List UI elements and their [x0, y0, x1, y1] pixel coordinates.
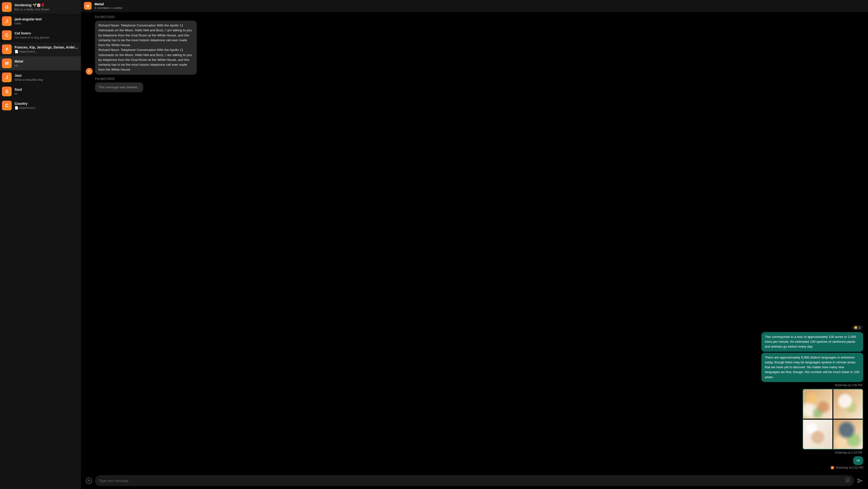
- channel-name: Gerdening 🌱🌸🌹: [14, 3, 79, 7]
- image-attachment-grid[interactable]: [803, 389, 863, 450]
- channel-preview: What a beautiful day: [14, 78, 79, 82]
- channel-avatar: C: [2, 100, 12, 110]
- reaction-row: 😂 1: [86, 325, 862, 330]
- channel-name: Soul: [14, 88, 79, 91]
- attachment-button[interactable]: [86, 478, 92, 484]
- channel-avatar: #: [2, 45, 12, 54]
- channel-name: jack-angular-test: [14, 17, 79, 21]
- channel-preview: this is a really nice flower: [14, 7, 79, 11]
- channel-preview: hi: [14, 92, 79, 95]
- svg-point-1: [847, 479, 847, 480]
- channel-item[interactable]: MMetalHi: [0, 56, 81, 70]
- channel-item[interactable]: SSoulhi: [0, 84, 81, 98]
- channel-item[interactable]: GGerdening 🌱🌸🌹this is a really nice flow…: [0, 0, 81, 14]
- sender-avatar[interactable]: F: [86, 68, 93, 75]
- channel-preview: I'm more of a dog person: [14, 36, 79, 39]
- attachment-image[interactable]: [833, 420, 863, 449]
- message-timestamp: Fra 06/27/2022: [95, 15, 863, 19]
- message-row: F Richard Nixon: Telephone Conversation …: [86, 21, 863, 75]
- message-row: This message was deleted...: [86, 83, 863, 92]
- message-timestamp: Yesterday at 1:06 PM: [835, 383, 862, 387]
- emoji-button[interactable]: [845, 478, 850, 484]
- channel-item[interactable]: CCat loversI'm more of a dog person: [0, 28, 81, 42]
- message-list[interactable]: Fra 06/27/2022 F Richard Nixon: Telephon…: [81, 12, 868, 472]
- channel-info: MetalHi: [14, 59, 79, 67]
- channel-name: Metal: [14, 59, 79, 63]
- read-status: J Yesterday at 2:02 PM: [831, 466, 863, 469]
- message-input-wrap: [95, 475, 854, 486]
- channel-item[interactable]: #Frances, Kip, Jennings, Darian, Ardella…: [0, 42, 81, 56]
- channel-preview: hello: [14, 22, 79, 25]
- channel-name: Country: [14, 102, 79, 106]
- channel-info: JazzWhat a beautiful day: [14, 74, 79, 82]
- channel-name: Frances, Kip, Jennings, Darian, Ardella …: [14, 45, 79, 49]
- channel-item[interactable]: Jjack-angular-testhello: [0, 14, 81, 28]
- emoji-icon: [845, 478, 850, 483]
- channel-info: Cat loversI'm more of a dog person: [14, 31, 79, 39]
- channel-name: Jazz: [14, 74, 79, 77]
- channel-info: Gerdening 🌱🌸🌹this is a really nice flowe…: [14, 3, 79, 11]
- deleted-message: This message was deleted...: [95, 83, 143, 92]
- send-icon: [857, 478, 863, 484]
- own-message-bubble[interactable]: Hi: [853, 456, 863, 465]
- message-timestamp: Yesterday at 2:02 PM: [836, 466, 863, 469]
- svg-point-2: [848, 479, 848, 480]
- own-message-block: Hi J Yesterday at 2:02 PM: [86, 456, 863, 469]
- reaction-emoji: 😂: [854, 326, 858, 329]
- send-button[interactable]: [857, 478, 863, 484]
- message-timestamp: Yesterday at 1:18 PM: [835, 451, 862, 454]
- channel-item[interactable]: CCountry📄 Attachment...: [0, 98, 81, 113]
- channel-avatar: J: [2, 73, 12, 82]
- channel-preview: 📄 Attachment...: [14, 106, 79, 110]
- attachment-image[interactable]: [803, 389, 832, 419]
- channel-info: jack-angular-testhello: [14, 17, 79, 25]
- own-message-bubble[interactable]: This corresponds to a loss of approximat…: [762, 332, 863, 352]
- header-title: Metal: [94, 2, 122, 6]
- own-message-block: This corresponds to a loss of approximat…: [86, 332, 863, 387]
- message-composer: [81, 472, 868, 489]
- channel-name: Cat lovers: [14, 31, 79, 35]
- channel-avatar: J: [2, 16, 12, 26]
- channel-avatar: G: [2, 2, 12, 12]
- reaction-chip[interactable]: 😂 1: [852, 325, 862, 330]
- channel-avatar: M: [2, 58, 12, 68]
- svg-point-0: [846, 478, 850, 482]
- main-panel: M Metal 4 members 1 online Fra 06/27/202…: [81, 0, 868, 489]
- own-message-bubble[interactable]: There are approximately 6,900 distinct l…: [762, 353, 863, 382]
- channel-avatar: C: [2, 30, 12, 40]
- channel-avatar: S: [2, 87, 12, 96]
- message-bubble[interactable]: Richard Nixon: Telephone Conversation Wi…: [95, 21, 197, 75]
- message-input[interactable]: [99, 479, 845, 483]
- channel-info: Frances, Kip, Jennings, Darian, Ardella …: [14, 45, 79, 53]
- attachment-image[interactable]: [833, 389, 863, 419]
- reaction-count: 1: [859, 326, 860, 329]
- plus-icon: [87, 479, 91, 483]
- message-timestamp: Fra 06/27/2022: [95, 77, 863, 81]
- own-message-block: Yesterday at 1:18 PM: [86, 389, 863, 454]
- header-avatar: M: [84, 2, 92, 10]
- channel-sidebar: GGerdening 🌱🌸🌹this is a really nice flow…: [0, 0, 81, 489]
- header-info: Metal 4 members 1 online: [94, 2, 122, 10]
- channel-item[interactable]: JJazzWhat a beautiful day: [0, 70, 81, 84]
- channel-info: Country📄 Attachment...: [14, 102, 79, 110]
- channel-info: Soulhi: [14, 88, 79, 95]
- channel-preview: Hi: [14, 64, 79, 67]
- header-subtitle: 4 members 1 online: [94, 6, 122, 10]
- read-receipt-avatar: J: [831, 466, 834, 469]
- attachment-image[interactable]: [803, 420, 832, 449]
- chat-header: M Metal 4 members 1 online: [81, 0, 868, 12]
- channel-preview: 📄 Attachment...: [14, 50, 79, 53]
